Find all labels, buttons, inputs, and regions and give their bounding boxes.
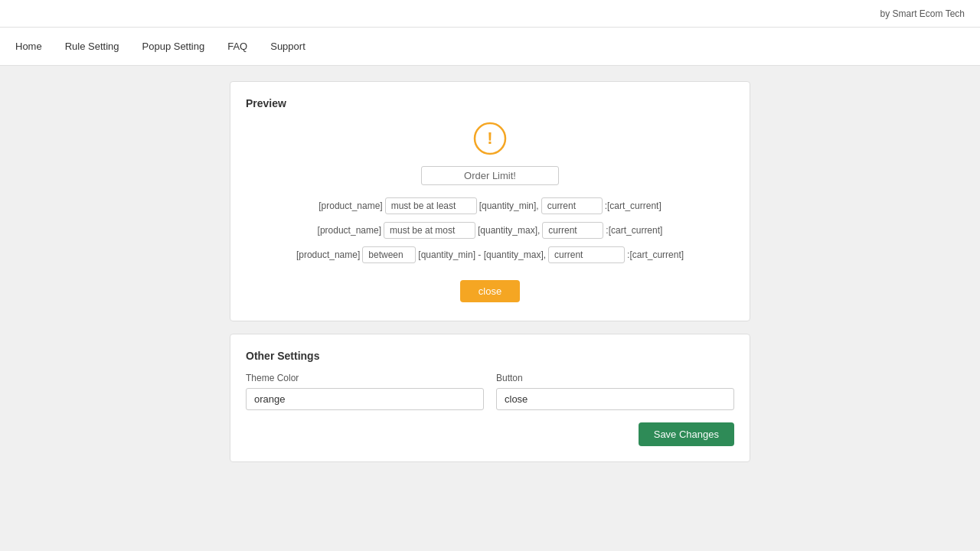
row2-connector-input[interactable] (384, 222, 475, 239)
other-settings-title: Other Settings (246, 350, 734, 362)
row1-connector-input[interactable] (385, 197, 477, 214)
credit-text: by Smart Ecom Tech (880, 8, 965, 19)
nav-popup-setting[interactable]: Popup Setting (142, 37, 205, 55)
theme-color-group: Theme Color (246, 373, 484, 410)
other-settings-card: Other Settings Theme Color Button Save C… (230, 334, 750, 462)
message-row-1: [product_name] [quantity_min], :[cart_cu… (246, 197, 734, 214)
alert-icon: ! (473, 122, 507, 155)
button-label: Button (496, 373, 734, 383)
save-row: Save Changes (246, 422, 734, 446)
row3-quantity-range: [quantity_min] - [quantity_max], (418, 249, 546, 260)
preview-title: Preview (246, 97, 734, 109)
row1-cart-current: :[cart_current] (605, 201, 662, 211)
alert-icon-wrapper: ! (246, 122, 734, 155)
svg-text:!: ! (487, 129, 492, 148)
row3-current-input[interactable] (548, 246, 625, 263)
order-limit-box (246, 166, 734, 185)
nav-faq[interactable]: FAQ (227, 37, 247, 55)
row3-connector-input[interactable] (362, 246, 416, 263)
button-group: Button (496, 373, 734, 410)
close-button[interactable]: close (460, 280, 520, 302)
theme-color-label: Theme Color (246, 373, 484, 383)
row3-cart-current: :[cart_current] (627, 249, 684, 260)
row1-quantity-min: [quantity_min], (479, 201, 539, 211)
row2-current-input[interactable] (542, 222, 603, 239)
row2-product-name: [product_name] (318, 225, 381, 236)
theme-color-input[interactable] (246, 388, 484, 410)
nav-support[interactable]: Support (270, 37, 305, 55)
row1-current-input[interactable] (541, 197, 603, 214)
close-btn-wrapper: close (246, 271, 734, 305)
save-changes-button[interactable]: Save Changes (639, 422, 734, 446)
row3-product-name: [product_name] (296, 249, 360, 260)
settings-row: Theme Color Button (246, 373, 734, 410)
button-input[interactable] (496, 388, 734, 410)
main-content: Preview ! [product_name] [quantity_min],… (0, 66, 980, 490)
message-row-3: [product_name] [quantity_min] - [quantit… (246, 246, 734, 263)
row1-product-name: [product_name] (318, 201, 382, 211)
nav-bar: Home Rule Setting Popup Setting FAQ Supp… (0, 28, 980, 66)
message-row-2: [product_name] [quantity_max], :[cart_cu… (246, 222, 734, 239)
preview-card: Preview ! [product_name] [quantity_min],… (230, 81, 750, 321)
top-bar: by Smart Ecom Tech (0, 0, 980, 28)
nav-home[interactable]: Home (15, 37, 42, 55)
nav-rule-setting[interactable]: Rule Setting (65, 37, 119, 55)
row2-cart-current: :[cart_current] (606, 225, 662, 236)
row2-quantity-max: [quantity_max], (478, 225, 540, 236)
order-limit-input[interactable] (421, 166, 559, 185)
